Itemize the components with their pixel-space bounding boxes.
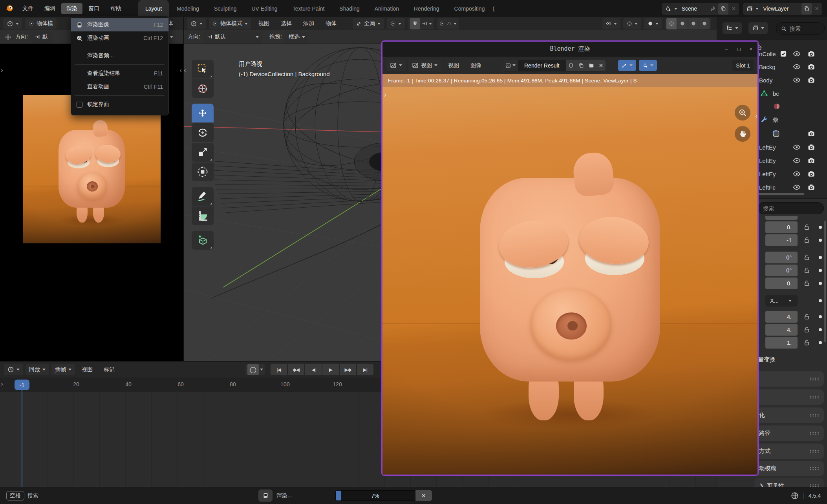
- tab-partial[interactable]: (: [492, 5, 494, 12]
- pin-icon[interactable]: [710, 6, 715, 11]
- animate-dot[interactable]: [819, 315, 822, 318]
- image-menu[interactable]: 图像: [466, 62, 486, 69]
- camera-icon[interactable]: [807, 183, 815, 191]
- menu-item-lock-interface[interactable]: 锁定界面: [71, 98, 168, 111]
- move-tool[interactable]: [192, 104, 214, 122]
- outliner-scrollbar[interactable]: [759, 193, 804, 195]
- instancing-panel[interactable]: 化: [754, 407, 824, 423]
- magnet-icon[interactable]: [410, 18, 420, 29]
- view-menu[interactable]: 视图: [444, 62, 463, 69]
- camera-icon[interactable]: [807, 63, 815, 71]
- keying-set-controls[interactable]: ◯: [245, 364, 265, 375]
- rotate-tool[interactable]: [192, 123, 214, 142]
- annotate-tool[interactable]: [192, 187, 214, 206]
- grip-dots-icon[interactable]: [809, 377, 819, 381]
- rotation-x-field[interactable]: 0°: [765, 252, 798, 263]
- tab-animation[interactable]: Animation: [368, 0, 406, 17]
- rotation-z-field[interactable]: 0.: [765, 278, 798, 289]
- cursor-tool[interactable]: [192, 79, 214, 98]
- orientation-dropdown[interactable]: 默: [31, 31, 51, 43]
- unlock-icon[interactable]: [803, 236, 811, 244]
- record-circle-icon[interactable]: ◯: [247, 364, 259, 375]
- grip-dots-icon[interactable]: [809, 431, 819, 435]
- rotation-mode-dropdown[interactable]: X...: [765, 295, 798, 307]
- scale-tool[interactable]: [192, 143, 214, 162]
- scene-name[interactable]: Scene: [680, 5, 708, 12]
- panel-row[interactable]: [754, 371, 824, 387]
- outliner-display-mode-button[interactable]: [723, 22, 742, 34]
- motion-blur-panel[interactable]: 动模糊: [754, 461, 824, 476]
- unlock-icon[interactable]: [803, 267, 811, 274]
- camera-icon[interactable]: [807, 157, 815, 164]
- outliner-search[interactable]: [776, 22, 825, 35]
- eye-icon[interactable]: [793, 183, 801, 191]
- keying-menu[interactable]: 插帧: [51, 364, 75, 375]
- eye-icon[interactable]: [793, 76, 801, 84]
- unlock-icon[interactable]: [803, 339, 811, 346]
- rendered-shading-button[interactable]: [699, 18, 710, 29]
- select-box-tool[interactable]: [192, 60, 214, 79]
- outliner-filter-button[interactable]: [748, 22, 768, 34]
- unlock-icon[interactable]: [803, 223, 811, 231]
- show-hide-dropdown[interactable]: [602, 18, 620, 29]
- mode-selector[interactable]: 物体模式: [209, 18, 251, 29]
- tab-sculpting[interactable]: Sculpting: [207, 0, 244, 17]
- expand-arrow[interactable]: ‹: [184, 67, 186, 73]
- animate-dot[interactable]: [819, 341, 822, 344]
- tab-layout[interactable]: Layout: [138, 0, 169, 17]
- viewlayer-name[interactable]: ViewLayer: [761, 5, 799, 12]
- view-menu[interactable]: 视图: [77, 366, 97, 373]
- chevron-down-icon[interactable]: [170, 36, 173, 38]
- image-browse-button[interactable]: [503, 60, 518, 71]
- eye-icon[interactable]: [793, 170, 801, 178]
- expand-arrow[interactable]: ›: [384, 91, 386, 98]
- grip-dots-icon[interactable]: [809, 449, 819, 453]
- menu-item-view-animation[interactable]: 查看动画 Ctrl F11: [71, 80, 168, 93]
- solid-shading-button[interactable]: [677, 18, 688, 29]
- pass-selector-button[interactable]: [618, 60, 636, 71]
- expand-toolbar-arrow[interactable]: ›: [1, 67, 3, 73]
- snap-controls[interactable]: [408, 18, 434, 29]
- delete-viewlayer-button[interactable]: ✕: [814, 5, 819, 12]
- collection-checkbox[interactable]: [780, 50, 787, 57]
- delete-scene-button[interactable]: ✕: [731, 5, 736, 12]
- animate-dot[interactable]: [819, 282, 822, 285]
- eye-icon[interactable]: [793, 63, 801, 71]
- animate-dot[interactable]: [819, 299, 822, 302]
- add-menu[interactable]: 添加: [299, 20, 318, 27]
- camera-icon[interactable]: [807, 76, 815, 84]
- gizmos-dropdown[interactable]: [623, 18, 641, 29]
- tab-shading[interactable]: Shading: [332, 0, 366, 17]
- select-menu[interactable]: 选择: [276, 20, 296, 27]
- cancel-render-button[interactable]: ✕: [415, 490, 432, 501]
- unlock-icon[interactable]: [803, 313, 811, 320]
- properties-search-input[interactable]: [763, 205, 819, 212]
- eye-icon[interactable]: [793, 157, 801, 164]
- wireframe-shading-button[interactable]: [666, 18, 677, 29]
- location-y-field[interactable]: 0.: [765, 221, 798, 233]
- camera-icon[interactable]: [807, 50, 815, 58]
- new-image-button[interactable]: [576, 60, 586, 71]
- marker-menu[interactable]: 标记: [99, 366, 119, 373]
- display-mode-dropdown[interactable]: 视图: [408, 60, 441, 71]
- play-button[interactable]: ▶: [322, 364, 339, 375]
- transform-orientation-dropdown[interactable]: 全局: [353, 18, 384, 29]
- close-button[interactable]: ✕: [745, 42, 757, 56]
- menu-edit[interactable]: 编辑: [39, 3, 60, 14]
- mode-selector[interactable]: 物体模: [25, 18, 57, 29]
- fake-user-shield-button[interactable]: [566, 60, 576, 71]
- location-z-field[interactable]: -1: [765, 234, 798, 246]
- value-field-partial[interactable]: [765, 216, 798, 220]
- unlock-icon[interactable]: [803, 326, 811, 333]
- pan-hand-button[interactable]: [735, 126, 750, 142]
- display-panel[interactable]: 方式: [754, 444, 824, 459]
- material-shading-button[interactable]: [688, 18, 699, 29]
- render-window-titlebar[interactable]: Blender 渲染 — ▢ ✕: [382, 42, 757, 56]
- drag-mode-dropdown[interactable]: 框选: [285, 31, 309, 43]
- prev-keyframe-button[interactable]: ◆◀: [288, 364, 304, 375]
- new-scene-button[interactable]: [718, 3, 728, 15]
- open-image-button[interactable]: [586, 60, 596, 71]
- expand-sidebar-arrow[interactable]: ‹: [179, 67, 182, 73]
- view-menu[interactable]: 视图: [254, 20, 274, 27]
- pivot-point-dropdown[interactable]: [387, 18, 405, 29]
